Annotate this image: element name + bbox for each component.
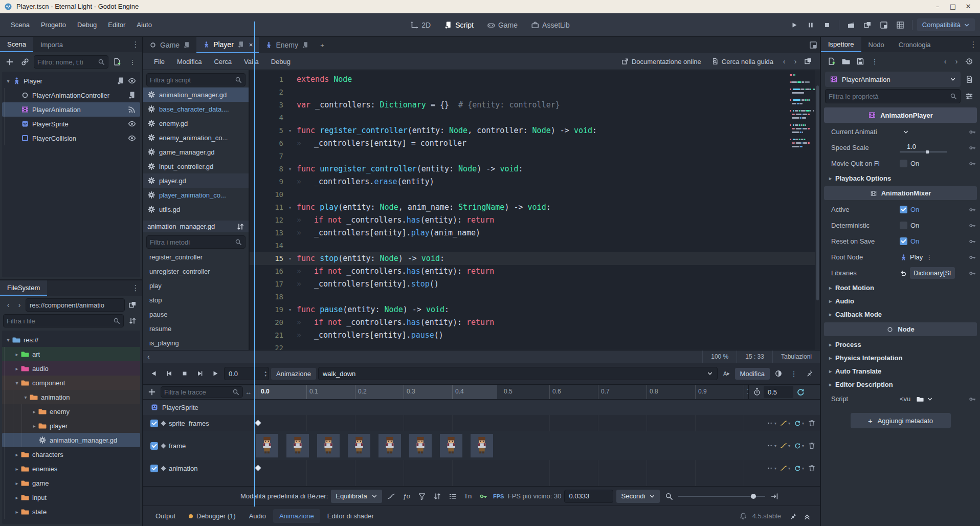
code-line-9[interactable]: 9»_controllers.erase(entity) xyxy=(250,176,820,188)
track-interpolation-button[interactable]: ▾ xyxy=(780,465,790,472)
sort-tracks-icon[interactable] xyxy=(431,490,443,502)
fs-item-res[interactable]: ▾res:// xyxy=(2,333,140,347)
property-active[interactable]: ActiveOn xyxy=(824,202,977,217)
bottom-tab-output[interactable]: Output xyxy=(149,509,182,523)
visibility-toggle-icon[interactable] xyxy=(128,134,136,142)
track-value-mode-button[interactable]: ▾ xyxy=(766,465,776,472)
inspector-filter-input[interactable] xyxy=(829,93,950,100)
property-movie-quit-on-fi[interactable]: Movie Quit on FiOn xyxy=(824,156,977,171)
script-item-player-animation-co[interactable]: player_animation_co... xyxy=(143,188,249,202)
method-register-controller[interactable]: register_controller xyxy=(143,250,249,264)
method-stop[interactable]: stop xyxy=(143,293,249,307)
scene-node-player[interactable]: ▾Player xyxy=(2,74,140,88)
script-item-enemy-gd[interactable]: enemy.gd xyxy=(143,116,249,130)
group-root-motion[interactable]: ▸Root Motion xyxy=(824,281,977,294)
bottom-tab-editor-di-shader[interactable]: Editor di shader xyxy=(321,509,380,523)
expand-bottom-panel-button[interactable] xyxy=(800,510,814,523)
anim-time-spinbox[interactable]: ▴▾ xyxy=(224,367,269,380)
code-line-19[interactable]: 19▾func pause(entity: Node) -> void: xyxy=(250,303,820,316)
notifications-icon[interactable] xyxy=(739,512,747,520)
tab-importa[interactable]: Importa xyxy=(33,37,70,52)
snap-spinbox[interactable] xyxy=(564,490,613,503)
play-backwards-button[interactable] xyxy=(163,367,176,380)
snap-input[interactable] xyxy=(569,492,595,500)
frame-keyframe-thumbnail[interactable] xyxy=(348,434,370,457)
anim-stop-button[interactable] xyxy=(178,367,191,380)
fold-icon[interactable]: ▾ xyxy=(283,124,297,137)
property-checkbox[interactable] xyxy=(900,206,907,213)
track-enabled-checkbox[interactable] xyxy=(150,420,158,427)
inspector-tools-button[interactable] xyxy=(963,90,976,103)
fs-item-enemies[interactable]: ▸enemies xyxy=(2,462,140,476)
delete-track-button[interactable] xyxy=(808,419,816,427)
method-resume[interactable]: resume xyxy=(143,321,249,336)
fs-item-player[interactable]: ▸player xyxy=(2,419,140,433)
code-line-2[interactable]: 2 xyxy=(250,86,820,99)
script-item-player-gd[interactable]: player.gd xyxy=(143,173,249,188)
bottom-tab-audio[interactable]: Audio xyxy=(243,509,272,523)
scene-tree-menu-button[interactable]: ⋮ xyxy=(126,55,139,69)
property-checkbox[interactable] xyxy=(900,237,907,245)
method-unregister-controller[interactable]: unregister_controller xyxy=(143,264,249,278)
frame-keyframe-thumbnail[interactable] xyxy=(409,434,432,457)
instance-scene-button[interactable] xyxy=(18,55,32,69)
code-line-5[interactable]: 5▾func register_controller(entity: Node,… xyxy=(250,124,820,137)
pin-panel-button[interactable] xyxy=(803,367,816,380)
autoplay-on-load-button[interactable]: A xyxy=(720,367,733,380)
property-deterministic[interactable]: DeterministicOn xyxy=(824,217,977,233)
inspector-menu-button[interactable]: ⋮ xyxy=(967,37,980,52)
menu-debug[interactable]: Debug xyxy=(72,18,102,32)
edit-curves-icon[interactable] xyxy=(385,490,397,502)
anim-menu-button[interactable]: ⋮ xyxy=(787,367,800,380)
fs-item-animation-manager-gd[interactable]: animation_manager.gd xyxy=(2,433,140,447)
keyframe-icon[interactable] xyxy=(255,465,261,471)
scene-filter[interactable] xyxy=(34,55,108,69)
new-tab-button[interactable]: + xyxy=(315,37,329,53)
track-loop-mode-button[interactable]: ▾ xyxy=(794,442,804,449)
node-path-menu-icon[interactable]: ⋮ xyxy=(926,253,932,261)
property-reset-on-save[interactable]: Reset on SaveOn xyxy=(824,233,977,249)
sort-methods-icon[interactable] xyxy=(236,223,244,231)
scene-tab-enemy[interactable]: Enemy xyxy=(259,37,315,53)
timeline-ruler[interactable]: 0.00.10.20.30.40.50.60.70.80.91.0 xyxy=(254,385,748,399)
collapse-script-list-button[interactable]: ‹ xyxy=(147,353,150,361)
anim-play-button[interactable] xyxy=(209,367,222,380)
group-audio[interactable]: ▸Audio xyxy=(824,294,977,308)
code-line-13[interactable]: 13»_controllers[entity].play(anim_name) xyxy=(250,227,820,239)
fps-mode-icon[interactable]: FPS xyxy=(493,490,505,502)
fs-item-game[interactable]: ▸game xyxy=(2,476,140,490)
stop-button[interactable] xyxy=(820,18,834,32)
code-line-1[interactable]: 1extends Node xyxy=(250,73,820,86)
run-current-scene-button[interactable] xyxy=(860,18,875,32)
inspector-history-button[interactable] xyxy=(963,55,976,68)
script-item-input-controller-gd[interactable]: input_controller.gd xyxy=(143,159,249,173)
pause-button[interactable] xyxy=(804,18,818,32)
scene-tab-game[interactable]: Game xyxy=(143,37,196,53)
script-item-enemy-animation-co[interactable]: enemy_animation_co... xyxy=(143,130,249,145)
method-pause[interactable]: pause xyxy=(143,307,249,321)
animation-menu-button[interactable]: Animazione xyxy=(271,368,316,380)
scripts-filter[interactable] xyxy=(146,73,246,86)
fold-icon[interactable]: ▾ xyxy=(283,303,297,316)
key-animate-icon[interactable] xyxy=(969,128,976,136)
key-animate-icon[interactable] xyxy=(969,206,976,213)
code-line-10[interactable]: 10 xyxy=(250,188,820,201)
function-keying-icon[interactable]: ƒo xyxy=(400,490,413,502)
add-metadata-button[interactable]: +Aggiungi metadato xyxy=(851,413,951,428)
load-resource-button[interactable] xyxy=(839,55,853,68)
key-animate-icon[interactable] xyxy=(969,144,976,151)
inspector-back-button[interactable]: ‹ xyxy=(940,55,950,68)
fs-item-audio[interactable]: ▸audio xyxy=(2,361,140,376)
script-forward-button[interactable]: › xyxy=(790,55,800,68)
frame-keyframe-thumbnail[interactable] xyxy=(286,434,309,457)
anim-time-input[interactable] xyxy=(229,370,255,378)
script-item-base-character-data[interactable]: base_character_data.... xyxy=(143,102,249,116)
maximize-button[interactable]: □ xyxy=(945,2,961,12)
script-icon[interactable] xyxy=(128,91,136,99)
track-loop-mode-button[interactable]: ▾ xyxy=(794,465,804,472)
cerca-nella-guida-button[interactable]: Cerca nella guida xyxy=(707,56,778,68)
track-value-mode-button[interactable]: ▾ xyxy=(766,420,776,427)
property-speed-scale[interactable]: Speed Scale1.0 xyxy=(824,140,977,156)
frame-keyframe-thumbnail[interactable] xyxy=(256,434,278,457)
scene-node-playercollision[interactable]: PlayerCollision xyxy=(2,131,140,145)
